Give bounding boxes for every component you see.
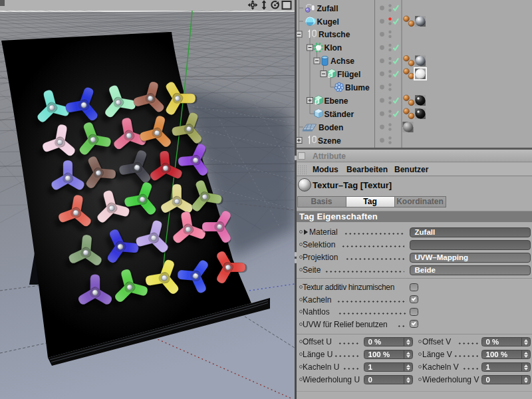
svg-text:Zufall: Zufall xyxy=(317,4,338,13)
svg-text:Ebene: Ebene xyxy=(325,96,348,106)
svg-text:Flügel: Flügel xyxy=(337,70,360,79)
svg-text:Klon: Klon xyxy=(325,43,342,53)
svg-text:Boden: Boden xyxy=(319,123,343,132)
svg-text:Blume: Blume xyxy=(345,83,370,92)
svg-text:Rutsche: Rutsche xyxy=(319,30,350,39)
svg-text:Achse: Achse xyxy=(331,57,354,66)
svg-text:Ständer: Ständer xyxy=(325,110,354,119)
svg-text:Kugel: Kugel xyxy=(317,17,339,27)
svg-text:Szene: Szene xyxy=(318,136,341,146)
